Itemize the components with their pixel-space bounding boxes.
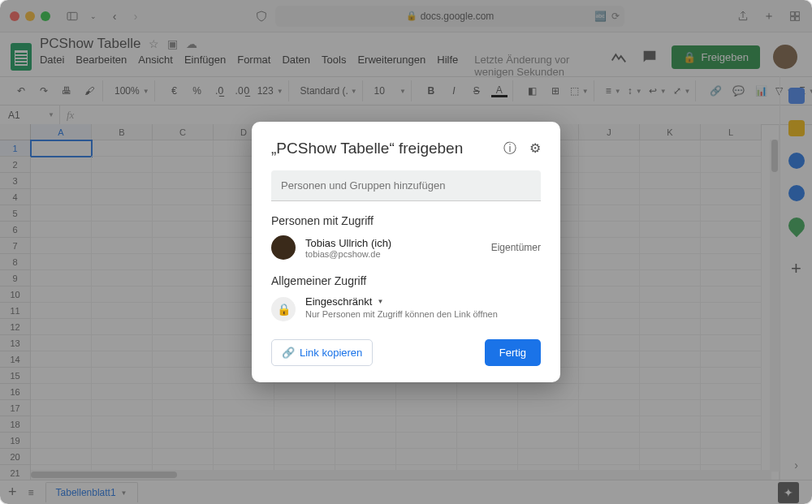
access-level-select[interactable]: Eingeschränkt ▼ xyxy=(305,295,498,308)
help-icon[interactable]: ⓘ xyxy=(503,140,516,157)
general-access-heading: Allgemeiner Zugriff xyxy=(271,274,541,287)
link-icon: 🔗 xyxy=(282,347,295,359)
done-label: Fertig xyxy=(499,347,526,359)
copy-link-label: Link kopieren xyxy=(300,347,362,359)
done-button[interactable]: Fertig xyxy=(485,339,541,366)
person-email: tobias@pcshow.de xyxy=(305,249,391,259)
modal-overlay: „PCShow Tabelle“ freigeben ⓘ ⚙ Personen … xyxy=(0,0,812,504)
restricted-lock-icon: 🔒 xyxy=(271,297,296,321)
settings-icon[interactable]: ⚙ xyxy=(529,140,541,157)
general-access-row: 🔒 Eingeschränkt ▼ Nur Personen mit Zugri… xyxy=(271,295,541,321)
people-section-heading: Personen mit Zugriff xyxy=(271,214,541,227)
dialog-title: „PCShow Tabelle“ freigeben xyxy=(271,140,463,157)
person-avatar xyxy=(271,235,296,260)
person-role: Eigentümer xyxy=(491,242,541,253)
add-people-input[interactable] xyxy=(271,170,541,201)
chevron-down-icon: ▼ xyxy=(377,298,383,305)
share-dialog: „PCShow Tabelle“ freigeben ⓘ ⚙ Personen … xyxy=(252,122,560,382)
copy-link-button[interactable]: 🔗 Link kopieren xyxy=(271,339,373,366)
access-level-subtitle: Nur Personen mit Zugriff können den Link… xyxy=(305,309,498,319)
person-row: Tobias Ullrich (ich) tobias@pcshow.de Ei… xyxy=(271,235,541,260)
person-name: Tobias Ullrich (ich) xyxy=(305,237,391,249)
